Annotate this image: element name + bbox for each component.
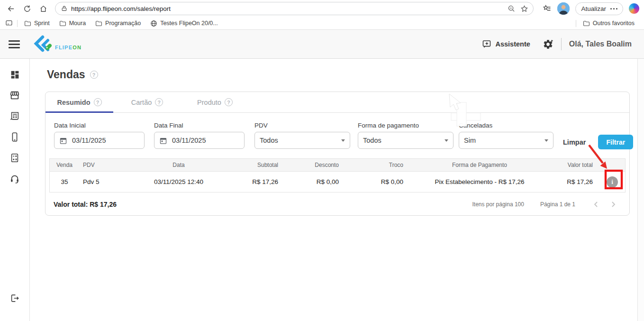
sidebar-item-store[interactable] <box>9 90 20 101</box>
filters-row: Data Inicial 03/11/2025 Data Final 03/11… <box>45 113 629 149</box>
help-icon[interactable] <box>94 98 102 106</box>
bookmark-label: Moura <box>69 20 86 27</box>
col-troco: Troco <box>350 162 419 168</box>
tab-resumido[interactable]: Resumido <box>45 92 113 112</box>
menu-icon[interactable] <box>9 40 20 48</box>
bookmark-label: Testes FlipeOn 20/0... <box>160 20 218 27</box>
dashboard-icon <box>10 70 20 80</box>
other-favorites[interactable]: Outros favoritos <box>580 19 637 28</box>
chevron-down-icon <box>544 139 548 142</box>
end-date-label: Data Final <box>154 122 245 129</box>
previous-page-icon[interactable] <box>591 200 601 209</box>
lock-icon <box>61 5 67 12</box>
bookmark-programacao[interactable]: Programação <box>92 19 144 28</box>
cell-forma-pagamento: Pix Estabelecimento - R$ 17,26 <box>419 178 540 185</box>
cell-data: 03/11/2025 12:40 <box>122 178 236 185</box>
chevron-down-icon <box>341 139 345 142</box>
storefront-icon <box>9 90 20 101</box>
payment-method-value: Todos <box>363 137 381 144</box>
cell-desconto: R$ 0,00 <box>292 178 350 185</box>
bookmark-sprint[interactable]: Sprint <box>21 19 53 28</box>
more-options-icon[interactable] <box>610 8 617 9</box>
headset-icon <box>9 174 20 184</box>
canceled-label: Canceladas <box>459 122 553 129</box>
tab-produto[interactable]: Produto <box>181 92 249 112</box>
bookmark-label: Sprint <box>34 20 50 27</box>
bookmark-moura[interactable]: Moura <box>56 19 89 28</box>
logout-icon <box>9 293 20 303</box>
bookmark-testes-flipeon[interactable]: Testes FlipeOn 20/0... <box>147 19 221 28</box>
col-data: Data <box>122 162 236 168</box>
table-footer: Valor total: R$ 17,26 Itens por página 1… <box>45 193 629 209</box>
col-venda: Venda <box>50 162 79 168</box>
end-date-value: 03/11/2025 <box>172 137 206 144</box>
end-date-input[interactable]: 03/11/2025 <box>154 132 245 149</box>
update-button-label: Atualizar <box>581 5 606 12</box>
col-pdv: PDV <box>79 162 122 168</box>
assistant-button[interactable]: Assistente <box>482 39 530 49</box>
browser-toolbar: https://app.flipeon.com/sales/report Atu… <box>0 0 644 17</box>
divider <box>17 20 18 27</box>
copilot-icon[interactable] <box>629 3 639 14</box>
items-per-page[interactable]: Itens por página 100 <box>472 201 524 208</box>
refresh-icon[interactable] <box>20 1 34 16</box>
tab-label: Produto <box>197 99 221 106</box>
col-desconto: Desconto <box>292 162 350 168</box>
favorites-bar-icon[interactable] <box>542 4 552 13</box>
table-header: Venda PDV Data Subtotal Desconto Troco F… <box>50 159 625 172</box>
settings-gear-icon[interactable] <box>543 39 553 50</box>
filter-button[interactable]: Filtrar <box>598 135 633 149</box>
update-button[interactable]: Atualizar <box>575 2 623 15</box>
other-favorites-label: Outros favoritos <box>593 20 635 27</box>
folder-icon <box>95 20 102 27</box>
bookmark-label: Programação <box>105 20 141 27</box>
pdv-select[interactable]: Todos <box>254 132 350 149</box>
address-bar[interactable]: https://app.flipeon.com/sales/report <box>55 2 534 15</box>
logout-button[interactable] <box>9 293 20 304</box>
favorite-star-icon[interactable] <box>520 5 528 13</box>
sidebar <box>0 59 30 321</box>
page-scrollbar[interactable] <box>637 59 644 321</box>
help-icon[interactable] <box>90 71 98 79</box>
profile-avatar[interactable] <box>557 2 570 15</box>
bookmarks-bar: Sprint Moura Programação Testes FlipeOn … <box>0 17 644 30</box>
divider <box>576 20 576 27</box>
main-content: Vendas Resumido Cartão Produto <box>30 59 637 321</box>
tab-label: Resumido <box>57 99 90 106</box>
sidebar-item-calculator[interactable] <box>9 152 20 164</box>
back-icon[interactable] <box>4 1 18 16</box>
tab-cartao[interactable]: Cartão <box>113 92 181 112</box>
calculator-icon <box>9 153 20 163</box>
zoom-out-icon[interactable] <box>508 5 516 13</box>
folder-icon <box>583 20 590 27</box>
payment-method-select[interactable]: Todos <box>358 132 454 149</box>
info-icon[interactable] <box>607 176 618 188</box>
home-icon[interactable] <box>36 1 50 16</box>
canceled-select[interactable]: Sim <box>459 132 553 149</box>
sidebar-item-dashboard[interactable] <box>9 69 20 80</box>
start-date-input[interactable]: 03/11/2025 <box>54 132 145 149</box>
flipeon-logo: FLIPEON <box>32 35 82 54</box>
cell-venda: 35 <box>50 178 79 185</box>
globe-icon <box>150 20 157 27</box>
next-page-icon[interactable] <box>608 200 618 209</box>
sidebar-item-sales-report[interactable] <box>9 110 20 122</box>
col-valor-total: Valor total <box>540 162 599 168</box>
col-forma-pagamento: Forma de Pagamento <box>419 162 540 168</box>
payment-method-label: Forma de pagamento <box>358 122 454 129</box>
clear-button[interactable]: Limpar <box>563 138 586 146</box>
sidebar-item-mobile[interactable] <box>9 131 20 143</box>
divider <box>561 38 562 50</box>
calendar-icon <box>159 137 167 145</box>
assistant-chat-icon <box>482 39 491 49</box>
report-card: Resumido Cartão Produto Data Inicial <box>45 92 630 216</box>
col-subtotal: Subtotal <box>236 162 292 168</box>
help-icon[interactable] <box>155 98 163 106</box>
help-icon[interactable] <box>225 98 233 106</box>
pdv-value: Todos <box>260 137 278 144</box>
assistant-label: Assistente <box>495 40 530 48</box>
tab-actions-icon[interactable] <box>5 19 13 27</box>
tab-label: Cartão <box>131 99 152 106</box>
total-value: Valor total: R$ 17,26 <box>54 201 117 208</box>
sidebar-item-support[interactable] <box>9 173 20 184</box>
